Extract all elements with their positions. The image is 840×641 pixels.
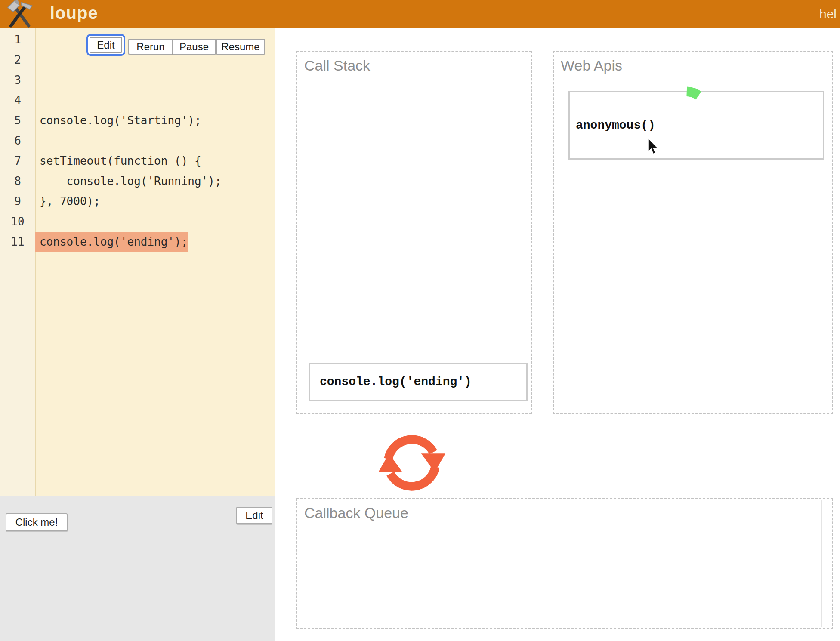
edit-button-focus-ring: Edit bbox=[86, 34, 125, 56]
line-number: 8 bbox=[0, 171, 35, 191]
code-text bbox=[35, 212, 40, 232]
highlighted-code-text: console.log('ending'); bbox=[35, 232, 188, 252]
rendered-page-panel: Click me! Edit bbox=[0, 496, 275, 641]
resume-button[interactable]: Resume bbox=[216, 39, 265, 55]
code-line: 8 console.log('Running'); bbox=[0, 171, 275, 191]
timer-progress-arc bbox=[681, 86, 708, 107]
call-stack-title: Call Stack bbox=[304, 57, 370, 74]
line-number: 11 bbox=[0, 232, 35, 252]
line-number: 1 bbox=[0, 30, 35, 50]
code-text: }, 7000); bbox=[35, 191, 100, 212]
loupe-app: loupe hel 1 2 3 4 5console.log('Starting… bbox=[0, 0, 840, 641]
line-number: 9 bbox=[0, 191, 35, 212]
line-number: 7 bbox=[0, 151, 35, 171]
code-text bbox=[35, 90, 40, 111]
code-line: 3 bbox=[0, 70, 275, 90]
call-stack-panel: Call Stack console.log('ending') bbox=[296, 51, 532, 414]
code-text: console.log('Running'); bbox=[35, 171, 222, 191]
code-line-highlighted: 11console.log('ending'); bbox=[0, 232, 275, 252]
line-number: 5 bbox=[0, 111, 35, 131]
help-link[interactable]: hel bbox=[819, 7, 837, 22]
hammer-and-pick-icon bbox=[6, 0, 34, 28]
call-stack-frame: console.log('ending') bbox=[309, 363, 528, 401]
mouse-cursor-icon bbox=[648, 138, 658, 154]
callback-queue-title: Callback Queue bbox=[304, 505, 408, 521]
code-text bbox=[35, 50, 40, 70]
web-apis-panel: Web Apis anonymous() bbox=[553, 51, 833, 414]
code-text: setTimeout(function () { bbox=[35, 151, 201, 171]
code-text bbox=[35, 131, 40, 151]
code-line: 5console.log('Starting'); bbox=[0, 111, 275, 131]
line-number: 4 bbox=[0, 90, 35, 111]
web-apis-title: Web Apis bbox=[561, 57, 622, 74]
rerun-button[interactable]: Rerun bbox=[128, 39, 173, 55]
code-line: 4 bbox=[0, 90, 275, 111]
queue-inner-edge bbox=[821, 500, 822, 627]
code-line: 9}, 7000); bbox=[0, 191, 275, 212]
line-number: 3 bbox=[0, 70, 35, 90]
code-text bbox=[35, 70, 40, 90]
output-edit-button[interactable]: Edit bbox=[236, 507, 272, 524]
line-number: 2 bbox=[0, 50, 35, 70]
header-bar: loupe hel bbox=[0, 0, 840, 28]
code-text: console.log('Starting'); bbox=[35, 111, 201, 131]
event-loop-icon bbox=[378, 429, 446, 496]
code-line: 7setTimeout(function () { bbox=[0, 151, 275, 171]
click-me-button[interactable]: Click me! bbox=[6, 513, 68, 531]
callback-queue-panel: Callback Queue bbox=[296, 498, 833, 629]
code-line: 6 bbox=[0, 131, 275, 151]
line-number: 10 bbox=[0, 212, 35, 232]
pause-button[interactable]: Pause bbox=[172, 39, 216, 55]
edit-button[interactable]: Edit bbox=[90, 37, 122, 53]
code-text bbox=[35, 30, 40, 50]
code-line: 10 bbox=[0, 212, 275, 232]
app-title: loupe bbox=[50, 3, 98, 23]
code-lines: 1 2 3 4 5console.log('Starting'); 6 7set… bbox=[0, 30, 275, 252]
line-number: 6 bbox=[0, 131, 35, 151]
code-editor[interactable]: 1 2 3 4 5console.log('Starting'); 6 7set… bbox=[0, 28, 275, 496]
